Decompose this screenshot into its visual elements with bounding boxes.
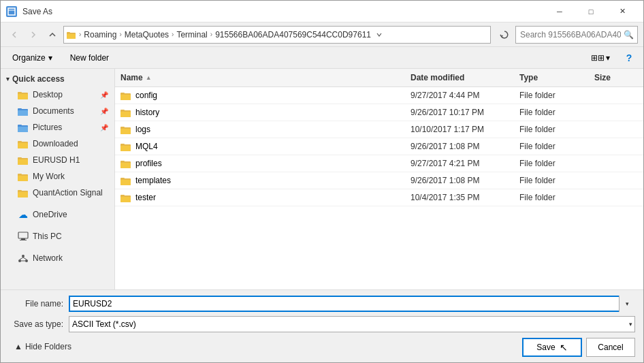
svg-rect-48 [120,163,131,168]
quantaction-folder-icon [18,187,29,198]
organize-button[interactable]: Organize ▾ [6,50,59,65]
column-size[interactable]: Size [589,70,643,85]
table-row[interactable]: config 9/27/2017 4:44 PM File folder [115,87,643,104]
sort-arrow-icon: ▲ [146,74,152,81]
file-date-config: 9/27/2017 4:44 PM [405,89,514,102]
help-button[interactable]: ? [620,49,638,67]
svg-rect-27 [21,238,25,240]
eurusd-folder-icon [18,155,29,165]
sidebar-item-thispc[interactable]: This PC [1,228,114,244]
svg-rect-54 [120,197,131,202]
filename-input[interactable] [69,296,635,312]
breadcrumb-sep-2: › [119,31,121,38]
sidebar-item-documents[interactable]: Documents 📌 [1,103,114,119]
up-button[interactable] [44,27,61,43]
file-size-profiles [589,161,643,165]
network-icon [18,253,29,264]
file-size-config [589,93,643,97]
breadcrumb-metaquotes[interactable]: MetaQuotes [125,30,169,40]
sidebar: ▾ Quick access Desktop 📌 Documents 📌 [1,69,115,289]
svg-rect-24 [18,192,28,198]
window-controls: ─ □ ✕ [544,1,638,22]
search-input[interactable] [515,26,638,44]
view-icon: ⊞⊞ [591,53,605,63]
svg-rect-16 [18,141,22,143]
refresh-button[interactable] [496,27,513,43]
quick-access-section[interactable]: ▾ Quick access [1,72,114,86]
view-button[interactable]: ⊞⊞ ▾ [586,50,615,65]
table-row[interactable]: tester 10/4/2017 1:35 PM File folder [115,189,643,206]
sidebar-item-desktop[interactable]: Desktop 📌 [1,86,114,103]
back-button[interactable] [6,27,22,43]
minimize-button[interactable]: ─ [544,1,575,22]
sidebar-item-mywork[interactable]: My Work [1,168,114,185]
forward-button[interactable] [25,27,42,43]
sidebar-item-downloaded[interactable]: Downloaded [1,136,114,152]
new-folder-button[interactable]: New folder [64,50,115,65]
organize-toolbar: Organize ▾ New folder ⊞⊞ ▾ ? [1,47,643,69]
table-row[interactable]: logs 10/10/2017 1:17 PM File folder [115,121,643,138]
table-row[interactable]: templates 9/26/2017 1:08 PM File folder [115,172,643,189]
folder-icon [120,108,131,117]
svg-rect-19 [18,157,22,159]
breadcrumb-dropdown-icon[interactable] [376,32,382,37]
folder-icon [120,193,131,202]
svg-rect-18 [18,159,28,165]
documents-folder-icon [18,106,29,116]
svg-point-29 [22,255,25,257]
sidebar-item-network[interactable]: Network [1,250,114,266]
file-size-mql4 [589,144,643,148]
sidebar-item-eurusd[interactable]: EURUSD H1 [1,152,114,168]
pictures-folder-icon [18,122,29,133]
breadcrumb-folder-id[interactable]: 915566BA06ADA407569C544CC0D97611 [215,30,371,40]
mywork-label: My Work [33,172,65,181]
downloaded-label: Downloaded [33,139,78,148]
bottom-bar: File name: ▾ Save as type: ASCII Text (*… [1,289,643,362]
folder-icon [120,142,131,151]
file-size-history [589,110,643,114]
breadcrumb-sep-1: › [79,31,81,38]
close-button[interactable]: ✕ [607,1,638,22]
hide-folders-section[interactable]: ▲ Hide Folders [9,339,77,354]
file-type-templates: File folder [514,174,589,187]
sidebar-item-onedrive[interactable]: ☁ OneDrive [1,206,114,223]
table-row[interactable]: history 9/26/2017 10:17 PM File folder [115,104,643,121]
sidebar-item-pictures[interactable]: Pictures 📌 [1,119,114,136]
table-row[interactable]: profiles 9/27/2017 4:21 PM File folder [115,155,643,172]
save-label: Save [536,343,555,352]
svg-rect-46 [120,144,125,146]
sidebar-item-quantaction[interactable]: QuantAction Signal [1,185,114,201]
saveas-select-wrapper: ASCII Text (*.csv) ▾ [69,316,635,332]
onedrive-icon: ☁ [18,209,29,220]
file-type-mql4: File folder [514,140,589,153]
file-date-templates: 9/26/2017 1:08 PM [405,174,514,187]
filename-dropdown-button[interactable]: ▾ [619,296,635,312]
column-type[interactable]: Type [514,70,589,85]
quick-access-chevron: ▾ [6,76,10,82]
folder-icon [120,176,131,185]
file-list: Name ▲ Date modified Type Size config [115,69,643,289]
maximize-button[interactable]: □ [575,1,607,22]
documents-pin-icon: 📌 [100,108,108,115]
svg-rect-25 [18,190,22,192]
file-list-header: Name ▲ Date modified Type Size [115,69,643,87]
pictures-label: Pictures [33,123,62,132]
svg-rect-40 [120,110,125,112]
cancel-button[interactable]: Cancel [586,338,635,357]
onedrive-label: OneDrive [33,210,67,219]
folder-icon [120,159,131,168]
address-bar[interactable]: › Roaming › MetaQuotes › Terminal › 9155… [63,26,491,44]
breadcrumb-roaming[interactable]: Roaming [84,30,116,40]
file-name-config: config [115,89,405,102]
saveas-select[interactable]: ASCII Text (*.csv) [69,316,635,332]
saveas-row: Save as type: ASCII Text (*.csv) ▾ [9,316,635,332]
table-row[interactable]: MQL4 9/26/2017 1:08 PM File folder [115,138,643,155]
file-date-tester: 10/4/2017 1:35 PM [405,191,514,204]
desktop-folder-icon [18,89,29,100]
svg-rect-39 [120,112,131,117]
save-button[interactable]: Save ↖ [522,338,582,357]
file-type-history: File folder [514,106,589,119]
column-date[interactable]: Date modified [405,70,514,85]
column-name[interactable]: Name ▲ [115,70,405,85]
breadcrumb-terminal[interactable]: Terminal [176,30,207,40]
